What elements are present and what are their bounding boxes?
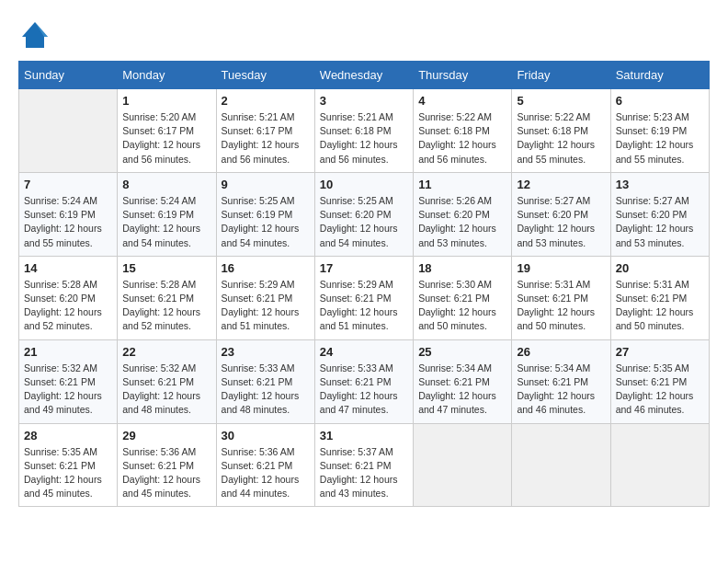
calendar-cell: 5Sunrise: 5:22 AM Sunset: 6:18 PM Daylig…: [512, 89, 610, 173]
day-number: 11: [418, 178, 506, 191]
day-info: Sunrise: 5:22 AM Sunset: 6:18 PM Dayligh…: [517, 110, 605, 167]
weekday-header: Sunday: [19, 62, 118, 89]
day-info: Sunrise: 5:32 AM Sunset: 6:21 PM Dayligh…: [122, 362, 210, 418]
day-number: 15: [122, 261, 210, 275]
day-number: 3: [320, 94, 408, 108]
day-info: Sunrise: 5:28 AM Sunset: 6:21 PM Dayligh…: [122, 278, 210, 334]
calendar-cell: 24Sunrise: 5:33 AM Sunset: 6:21 PM Dayli…: [314, 339, 413, 423]
calendar-week-row: 28Sunrise: 5:35 AM Sunset: 6:21 PM Dayli…: [19, 423, 710, 507]
day-info: Sunrise: 5:31 AM Sunset: 6:21 PM Dayligh…: [616, 278, 704, 334]
weekday-header: Tuesday: [216, 62, 314, 89]
day-number: 23: [222, 345, 310, 359]
day-info: Sunrise: 5:29 AM Sunset: 6:21 PM Dayligh…: [320, 278, 408, 334]
calendar-header-row: SundayMondayTuesdayWednesdayThursdayFrid…: [19, 62, 710, 89]
day-info: Sunrise: 5:24 AM Sunset: 6:19 PM Dayligh…: [122, 194, 210, 250]
calendar-cell: 9Sunrise: 5:25 AM Sunset: 6:19 PM Daylig…: [216, 172, 314, 256]
weekday-header: Wednesday: [314, 62, 413, 89]
calendar-cell: 1Sunrise: 5:20 AM Sunset: 6:17 PM Daylig…: [118, 89, 216, 173]
day-number: 14: [24, 261, 112, 275]
day-number: 22: [122, 345, 210, 359]
day-number: 4: [418, 94, 506, 108]
day-number: 18: [418, 261, 506, 275]
day-number: 13: [616, 178, 704, 191]
day-info: Sunrise: 5:32 AM Sunset: 6:21 PM Dayligh…: [24, 362, 112, 418]
logo: [18, 18, 57, 52]
day-number: 1: [122, 94, 210, 108]
weekday-header: Thursday: [414, 62, 512, 89]
day-number: 28: [24, 429, 112, 442]
day-info: Sunrise: 5:28 AM Sunset: 6:20 PM Dayligh…: [24, 278, 112, 334]
day-number: 27: [616, 345, 704, 359]
calendar-cell: [512, 423, 610, 507]
day-number: 17: [320, 261, 408, 275]
day-info: Sunrise: 5:31 AM Sunset: 6:21 PM Dayligh…: [517, 278, 605, 334]
day-number: 7: [24, 178, 112, 191]
calendar-week-row: 14Sunrise: 5:28 AM Sunset: 6:20 PM Dayli…: [19, 256, 710, 339]
calendar-cell: 11Sunrise: 5:26 AM Sunset: 6:20 PM Dayli…: [414, 172, 512, 256]
day-number: 10: [320, 178, 408, 191]
day-info: Sunrise: 5:26 AM Sunset: 6:20 PM Dayligh…: [418, 194, 506, 250]
day-number: 5: [517, 94, 605, 108]
day-number: 20: [616, 261, 704, 275]
calendar-cell: 18Sunrise: 5:30 AM Sunset: 6:21 PM Dayli…: [414, 256, 512, 339]
calendar-cell: 19Sunrise: 5:31 AM Sunset: 6:21 PM Dayli…: [512, 256, 610, 339]
weekday-header: Monday: [118, 62, 216, 89]
day-number: 26: [517, 345, 605, 359]
calendar-table: SundayMondayTuesdayWednesdayThursdayFrid…: [18, 61, 710, 507]
calendar-cell: 28Sunrise: 5:35 AM Sunset: 6:21 PM Dayli…: [19, 423, 118, 507]
day-info: Sunrise: 5:23 AM Sunset: 6:19 PM Dayligh…: [616, 110, 704, 167]
day-info: Sunrise: 5:36 AM Sunset: 6:21 PM Dayligh…: [122, 445, 210, 501]
calendar-cell: 3Sunrise: 5:21 AM Sunset: 6:18 PM Daylig…: [314, 89, 413, 173]
calendar-week-row: 21Sunrise: 5:32 AM Sunset: 6:21 PM Dayli…: [19, 339, 710, 423]
day-info: Sunrise: 5:34 AM Sunset: 6:21 PM Dayligh…: [517, 362, 605, 418]
day-number: 24: [320, 345, 408, 359]
calendar-cell: 20Sunrise: 5:31 AM Sunset: 6:21 PM Dayli…: [610, 256, 709, 339]
page-header: [18, 18, 710, 52]
logo-icon: [18, 18, 51, 52]
day-info: Sunrise: 5:25 AM Sunset: 6:19 PM Dayligh…: [222, 194, 310, 250]
day-info: Sunrise: 5:33 AM Sunset: 6:21 PM Dayligh…: [320, 362, 408, 418]
day-info: Sunrise: 5:37 AM Sunset: 6:21 PM Dayligh…: [320, 445, 408, 501]
day-info: Sunrise: 5:35 AM Sunset: 6:21 PM Dayligh…: [616, 362, 704, 418]
calendar-cell: 21Sunrise: 5:32 AM Sunset: 6:21 PM Dayli…: [19, 339, 118, 423]
day-number: 2: [222, 94, 310, 108]
calendar-cell: 12Sunrise: 5:27 AM Sunset: 6:20 PM Dayli…: [512, 172, 610, 256]
calendar-cell: 2Sunrise: 5:21 AM Sunset: 6:17 PM Daylig…: [216, 89, 314, 173]
calendar-cell: 17Sunrise: 5:29 AM Sunset: 6:21 PM Dayli…: [314, 256, 413, 339]
calendar-cell: 4Sunrise: 5:22 AM Sunset: 6:18 PM Daylig…: [414, 89, 512, 173]
day-number: 31: [320, 429, 408, 442]
day-number: 6: [616, 94, 704, 108]
day-info: Sunrise: 5:24 AM Sunset: 6:19 PM Dayligh…: [24, 194, 112, 250]
calendar-cell: 6Sunrise: 5:23 AM Sunset: 6:19 PM Daylig…: [610, 89, 709, 173]
day-number: 21: [24, 345, 112, 359]
calendar-cell: 13Sunrise: 5:27 AM Sunset: 6:20 PM Dayli…: [610, 172, 709, 256]
calendar-cell: 29Sunrise: 5:36 AM Sunset: 6:21 PM Dayli…: [118, 423, 216, 507]
calendar-cell: [19, 89, 118, 173]
day-info: Sunrise: 5:30 AM Sunset: 6:21 PM Dayligh…: [418, 278, 506, 334]
calendar-cell: 8Sunrise: 5:24 AM Sunset: 6:19 PM Daylig…: [118, 172, 216, 256]
calendar-cell: 23Sunrise: 5:33 AM Sunset: 6:21 PM Dayli…: [216, 339, 314, 423]
weekday-header: Saturday: [610, 62, 709, 89]
calendar-cell: [610, 423, 709, 507]
day-info: Sunrise: 5:25 AM Sunset: 6:20 PM Dayligh…: [320, 194, 408, 250]
calendar-cell: 10Sunrise: 5:25 AM Sunset: 6:20 PM Dayli…: [314, 172, 413, 256]
day-info: Sunrise: 5:22 AM Sunset: 6:18 PM Dayligh…: [418, 110, 506, 167]
calendar-cell: 27Sunrise: 5:35 AM Sunset: 6:21 PM Dayli…: [610, 339, 709, 423]
calendar-cell: [414, 423, 512, 507]
calendar-cell: 30Sunrise: 5:36 AM Sunset: 6:21 PM Dayli…: [216, 423, 314, 507]
calendar-cell: 25Sunrise: 5:34 AM Sunset: 6:21 PM Dayli…: [414, 339, 512, 423]
day-info: Sunrise: 5:36 AM Sunset: 6:21 PM Dayligh…: [222, 445, 310, 501]
day-number: 29: [122, 429, 210, 442]
day-info: Sunrise: 5:21 AM Sunset: 6:18 PM Dayligh…: [320, 110, 408, 167]
day-number: 16: [222, 261, 310, 275]
calendar-week-row: 7Sunrise: 5:24 AM Sunset: 6:19 PM Daylig…: [19, 172, 710, 256]
day-info: Sunrise: 5:35 AM Sunset: 6:21 PM Dayligh…: [24, 445, 112, 501]
calendar-cell: 15Sunrise: 5:28 AM Sunset: 6:21 PM Dayli…: [118, 256, 216, 339]
calendar-cell: 16Sunrise: 5:29 AM Sunset: 6:21 PM Dayli…: [216, 256, 314, 339]
calendar-cell: 26Sunrise: 5:34 AM Sunset: 6:21 PM Dayli…: [512, 339, 610, 423]
day-info: Sunrise: 5:20 AM Sunset: 6:17 PM Dayligh…: [122, 110, 210, 167]
weekday-header: Friday: [512, 62, 610, 89]
calendar-cell: 31Sunrise: 5:37 AM Sunset: 6:21 PM Dayli…: [314, 423, 413, 507]
day-number: 8: [122, 178, 210, 191]
day-number: 25: [418, 345, 506, 359]
